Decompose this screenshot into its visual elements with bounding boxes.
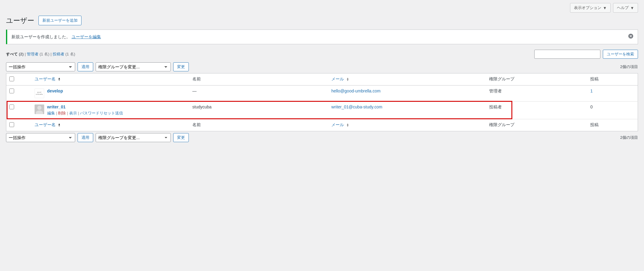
avatar <box>35 104 44 114</box>
column-email-header[interactable]: メール ▲▼ <box>328 73 486 86</box>
column-name-footer: 名前 <box>189 119 328 131</box>
items-count-bottom: 2個の項目 <box>620 135 638 140</box>
help-button[interactable]: ヘルプ ▼ <box>613 3 638 13</box>
search-button[interactable]: ユーザーを検索 <box>603 50 638 59</box>
bulk-apply-button-bottom[interactable]: 適用 <box>78 133 93 142</box>
role-change-select-bottom[interactable]: 権限グループを変更... <box>96 133 171 142</box>
posts-count: 0 <box>590 104 593 109</box>
add-new-user-button[interactable]: 新規ユーザーを追加 <box>38 16 81 25</box>
password-reset-link[interactable]: パスワードリセット送信 <box>80 111 123 115</box>
edit-user-link[interactable]: ユーザーを編集 <box>72 34 101 39</box>
role-change-button[interactable]: 変更 <box>173 62 189 71</box>
filter-admin[interactable]: 管理者 <box>27 52 40 56</box>
bulk-action-select-bottom[interactable]: 一括操作 <box>6 133 75 142</box>
row-checkbox[interactable] <box>9 89 14 93</box>
row-actions: 編集 | 削除 | 表示 | パスワードリセット送信 <box>47 111 123 116</box>
email-link[interactable]: writer_01@cuba-study.com <box>331 104 382 109</box>
column-role-footer: 権限グループ <box>486 119 587 131</box>
name-cell: — <box>189 86 328 101</box>
column-username-header[interactable]: ユーザー名 ▲▼ <box>32 73 189 86</box>
dismiss-notice-icon[interactable] <box>628 33 633 40</box>
users-table: ユーザー名 ▲▼ 名前 メール ▲▼ 権限グループ 投稿 good umbrel… <box>6 73 638 131</box>
role-change-select[interactable]: 権限グループを変更... <box>96 62 171 71</box>
sort-icon: ▲▼ <box>346 123 349 127</box>
filter-author[interactable]: 投稿者 <box>53 52 66 56</box>
role-cell: 投稿者 <box>486 101 587 119</box>
view-link[interactable]: 表示 <box>69 111 77 115</box>
avatar: good umbrella <box>35 89 44 98</box>
row-checkbox[interactable] <box>9 104 14 109</box>
filter-all[interactable]: すべて (2) <box>6 52 25 56</box>
screen-options-label: 表示オプション <box>574 5 601 11</box>
role-change-button-bottom[interactable]: 変更 <box>173 133 189 142</box>
username-link[interactable]: develop <box>47 89 63 93</box>
bulk-action-select[interactable]: 一括操作 <box>6 62 75 71</box>
delete-link[interactable]: 削除 <box>58 111 66 115</box>
success-notice: 新規ユーザーを作成しました。 ユーザーを編集 <box>6 30 638 44</box>
sort-icon: ▲▼ <box>346 77 349 81</box>
select-all-top[interactable] <box>9 76 14 81</box>
search-input[interactable] <box>534 50 600 59</box>
posts-count-link[interactable]: 1 <box>590 89 593 93</box>
items-count-top: 2個の項目 <box>620 64 638 70</box>
notice-text: 新規ユーザーを作成しました。 <box>11 34 70 39</box>
column-posts-footer: 投稿 <box>587 119 638 131</box>
bulk-apply-button[interactable]: 適用 <box>78 62 93 71</box>
role-cell: 管理者 <box>486 86 587 101</box>
filter-links: すべて (2) | 管理者 (1 名) | 投稿者 (1 名) <box>6 51 75 57</box>
table-row: writer_01 編集 | 削除 | 表示 | パスワードリセット送信 stu… <box>6 101 638 119</box>
page-title: ユーザー <box>6 16 34 25</box>
email-link[interactable]: hello@good-umbrella.com <box>331 89 381 93</box>
sort-icon: ▲▼ <box>58 77 60 81</box>
sort-icon: ▲▼ <box>58 123 60 127</box>
name-cell: studycuba <box>189 101 328 119</box>
column-name-header: 名前 <box>189 73 328 86</box>
select-all-bottom[interactable] <box>9 122 14 127</box>
column-posts-header: 投稿 <box>587 73 638 86</box>
chevron-down-icon: ▼ <box>603 6 607 10</box>
table-row: good umbrella develop — hello@good-umbre… <box>6 86 638 101</box>
column-username-footer[interactable]: ユーザー名 ▲▼ <box>32 119 189 131</box>
username-link[interactable]: writer_01 <box>47 104 66 109</box>
edit-link[interactable]: 編集 <box>47 111 55 115</box>
screen-options-button[interactable]: 表示オプション ▼ <box>570 3 611 13</box>
help-label: ヘルプ <box>617 5 629 11</box>
chevron-down-icon: ▼ <box>630 6 634 10</box>
column-email-footer[interactable]: メール ▲▼ <box>328 119 486 131</box>
column-role-header: 権限グループ <box>486 73 587 86</box>
